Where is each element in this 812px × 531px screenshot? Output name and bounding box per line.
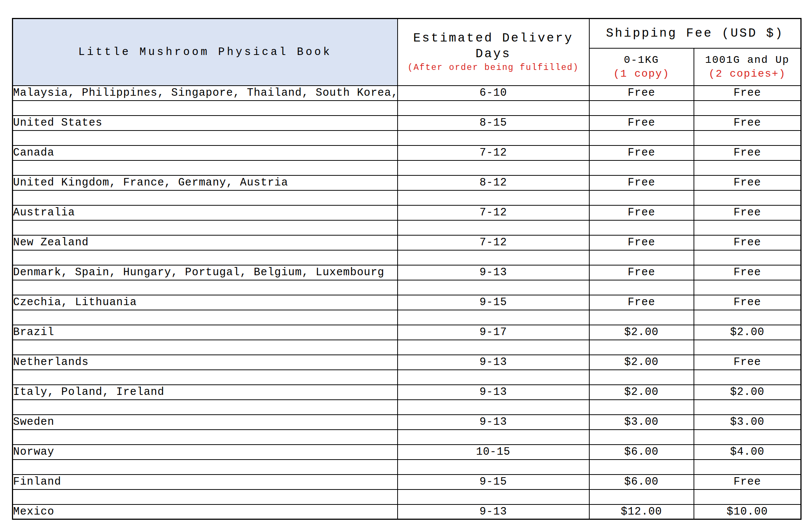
spacer-row: [13, 310, 801, 325]
header-fee-0-1kg-label: 0-1KG: [590, 53, 694, 67]
table-row: United States 8-15 Free Free: [13, 116, 801, 131]
table-row: Australia 7-12 Free Free: [13, 205, 801, 220]
country-cell: Norway: [13, 445, 398, 460]
header-fee-1001g-up-note: (2 copies+): [694, 67, 801, 81]
fee-0-1kg-cell: Free: [589, 205, 694, 220]
table-body: Malaysia, Philippines, Singapore, Thaila…: [13, 86, 801, 519]
fee-0-1kg-cell: $3.00: [589, 415, 694, 430]
fee-1001g-up-cell: Free: [694, 235, 801, 250]
table-row: Malaysia, Philippines, Singapore, Thaila…: [13, 86, 801, 101]
spacer-row: [13, 190, 801, 205]
delivery-days-cell: 9-17: [398, 325, 589, 340]
delivery-days-cell: 9-13: [398, 355, 589, 370]
delivery-days-cell: 7-12: [398, 145, 589, 160]
fee-1001g-up-cell: Free: [694, 295, 801, 310]
fee-0-1kg-cell: $6.00: [589, 445, 694, 460]
country-cell: New Zealand: [13, 235, 398, 250]
table-row: New Zealand 7-12 Free Free: [13, 235, 801, 250]
spacer-row: [13, 430, 801, 445]
fee-0-1kg-cell: Free: [589, 235, 694, 250]
table-row: Denmark, Spain, Hungary, Portugal, Belgi…: [13, 265, 801, 280]
delivery-days-cell: 7-12: [398, 235, 589, 250]
spacer-row: [13, 460, 801, 475]
fee-1001g-up-cell: Free: [694, 145, 801, 160]
fee-0-1kg-cell: $12.00: [589, 504, 694, 519]
fee-1001g-up-cell: $3.00: [694, 415, 801, 430]
country-cell: Sweden: [13, 415, 398, 430]
fee-1001g-up-cell: Free: [694, 475, 801, 489]
shipping-table: Little Mushroom Physical Book Estimated …: [12, 18, 802, 520]
fee-1001g-up-cell: $10.00: [694, 504, 801, 519]
spacer-row: [13, 220, 801, 235]
fee-1001g-up-cell: $2.00: [694, 325, 801, 340]
fee-0-1kg-cell: Free: [589, 116, 694, 131]
fee-0-1kg-cell: Free: [589, 265, 694, 280]
delivery-days-cell: 9-15: [398, 475, 589, 489]
fee-0-1kg-cell: Free: [589, 295, 694, 310]
table-row: United Kingdom, France, Germany, Austria…: [13, 175, 801, 190]
delivery-days-cell: 9-13: [398, 415, 589, 430]
header-book-title: Little Mushroom Physical Book: [13, 19, 398, 86]
delivery-days-cell: 9-13: [398, 385, 589, 400]
spacer-row: [13, 101, 801, 116]
fee-1001g-up-cell: Free: [694, 86, 801, 101]
table-row: Mexico 9-13 $12.00 $10.00: [13, 504, 801, 519]
header-fee-1001g-up-label: 1001G and Up: [694, 53, 801, 67]
fee-0-1kg-cell: $6.00: [589, 475, 694, 489]
country-cell: Czechia, Lithuania: [13, 295, 398, 310]
delivery-days-cell: 6-10: [398, 86, 589, 101]
delivery-days-cell: 9-13: [398, 504, 589, 519]
fee-1001g-up-cell: Free: [694, 116, 801, 131]
header-delivery-days: Estimated Delivery Days (After order bei…: [398, 19, 589, 86]
fee-1001g-up-cell: $4.00: [694, 445, 801, 460]
delivery-days-cell: 10-15: [398, 445, 589, 460]
table-row: Italy, Poland, Ireland 9-13 $2.00 $2.00: [13, 385, 801, 400]
delivery-days-cell: 8-15: [398, 116, 589, 131]
country-cell: Italy, Poland, Ireland: [13, 385, 398, 400]
spacer-row: [13, 250, 801, 265]
header-shipping-fee-group: Shipping Fee (USD $): [589, 19, 801, 48]
spacer-row: [13, 400, 801, 415]
delivery-days-cell: 9-15: [398, 295, 589, 310]
table-row: Finland 9-15 $6.00 Free: [13, 475, 801, 489]
country-cell: Brazil: [13, 325, 398, 340]
spacer-row: [13, 131, 801, 145]
fee-0-1kg-cell: Free: [589, 175, 694, 190]
fee-0-1kg-cell: $2.00: [589, 325, 694, 340]
country-cell: United States: [13, 116, 398, 131]
fee-1001g-up-cell: $2.00: [694, 385, 801, 400]
fee-0-1kg-cell: Free: [589, 86, 694, 101]
fee-0-1kg-cell: Free: [589, 145, 694, 160]
country-cell: Finland: [13, 475, 398, 489]
fee-0-1kg-cell: $2.00: [589, 355, 694, 370]
header-delivery-days-note: (After order being fulfilled): [398, 62, 589, 73]
page: Little Mushroom Physical Book Estimated …: [0, 0, 812, 531]
delivery-days-cell: 9-13: [398, 265, 589, 280]
table-row: Czechia, Lithuania 9-15 Free Free: [13, 295, 801, 310]
table-row: Sweden 9-13 $3.00 $3.00: [13, 415, 801, 430]
header-fee-1001g-up: 1001G and Up (2 copies+): [694, 48, 801, 86]
country-cell: Canada: [13, 145, 398, 160]
country-cell: Netherlands: [13, 355, 398, 370]
table-row: Norway 10-15 $6.00 $4.00: [13, 445, 801, 460]
spacer-row: [13, 340, 801, 355]
delivery-days-cell: 7-12: [398, 205, 589, 220]
spacer-row: [13, 489, 801, 504]
spacer-row: [13, 370, 801, 385]
fee-1001g-up-cell: Free: [694, 205, 801, 220]
fee-1001g-up-cell: Free: [694, 175, 801, 190]
table-row: Canada 7-12 Free Free: [13, 145, 801, 160]
header-delivery-days-label: Estimated Delivery Days: [398, 31, 589, 62]
table-row: Netherlands 9-13 $2.00 Free: [13, 355, 801, 370]
country-cell: Mexico: [13, 504, 398, 519]
country-cell: Australia: [13, 205, 398, 220]
country-cell: Denmark, Spain, Hungary, Portugal, Belgi…: [13, 265, 398, 280]
fee-1001g-up-cell: Free: [694, 355, 801, 370]
spacer-row: [13, 280, 801, 295]
header-fee-0-1kg-note: (1 copy): [590, 67, 694, 81]
table-row: Brazil 9-17 $2.00 $2.00: [13, 325, 801, 340]
header-fee-0-1kg: 0-1KG (1 copy): [589, 48, 694, 86]
fee-1001g-up-cell: Free: [694, 265, 801, 280]
delivery-days-cell: 8-12: [398, 175, 589, 190]
fee-0-1kg-cell: $2.00: [589, 385, 694, 400]
